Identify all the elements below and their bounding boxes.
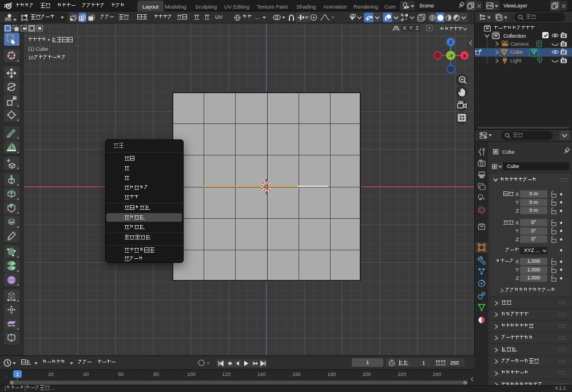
svg-text:Z: Z bbox=[449, 39, 452, 45]
svg-text:X: X bbox=[463, 53, 466, 59]
svg-text:-Y: -Y bbox=[448, 53, 454, 59]
